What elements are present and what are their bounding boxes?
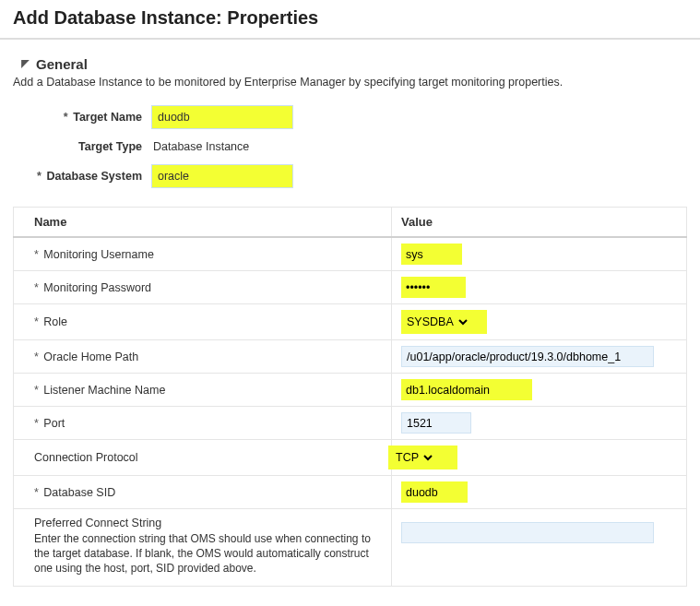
sid-input[interactable] xyxy=(401,482,455,502)
target-name-label: Target Name xyxy=(73,111,142,124)
table-row: Connection Protocol TCP xyxy=(14,440,687,476)
col-header-name: Name xyxy=(14,208,392,238)
protocol-label: Connection Protocol xyxy=(34,451,138,464)
table-header-row: Name Value xyxy=(14,208,687,238)
required-marker: * xyxy=(34,248,43,261)
monitoring-username-input[interactable] xyxy=(401,244,455,264)
pcs-label: Preferred Connect String xyxy=(34,517,380,529)
sid-label: Database SID xyxy=(43,486,115,499)
database-system-label: Database System xyxy=(46,170,142,183)
role-label: Role xyxy=(43,315,67,328)
collapse-icon[interactable] xyxy=(20,56,36,72)
section-general-header[interactable]: General xyxy=(20,56,687,72)
target-name-input[interactable] xyxy=(151,105,293,129)
row-target-type: Target Type Database Instance xyxy=(13,137,687,157)
protocol-select[interactable]: TCP xyxy=(390,447,435,468)
listener-input[interactable] xyxy=(401,380,514,399)
monitoring-password-label: Monitoring Password xyxy=(43,281,151,294)
table-row: * Database SID xyxy=(14,476,687,509)
port-label: Port xyxy=(43,417,65,430)
monitoring-username-label: Monitoring Username xyxy=(43,248,154,261)
row-target-name: * Target Name xyxy=(13,105,687,129)
required-marker: * xyxy=(37,170,43,183)
oracle-home-input[interactable] xyxy=(401,346,654,367)
port-input[interactable] xyxy=(401,412,471,434)
section-intro: Add a Database Instance to be monitored … xyxy=(13,76,687,89)
required-marker: * xyxy=(34,351,43,363)
table-row: * Role SYSDBA xyxy=(14,304,687,340)
table-row: * Monitoring Password xyxy=(14,271,687,304)
required-marker: * xyxy=(34,281,43,294)
title-divider xyxy=(0,38,700,40)
table-row: * Oracle Home Path xyxy=(14,340,687,374)
table-row: * Port xyxy=(14,407,687,440)
col-header-value: Value xyxy=(392,208,687,238)
table-row: * Monitoring Username xyxy=(14,237,687,271)
required-marker: * xyxy=(34,384,43,397)
target-type-label: Target Type xyxy=(78,140,142,153)
properties-table: Name Value * Monitoring Username * xyxy=(13,207,687,587)
section-general-title: General xyxy=(36,56,88,72)
role-select[interactable]: SYSDBA xyxy=(401,312,470,332)
table-row: * Listener Machine Name xyxy=(14,374,687,407)
required-marker: * xyxy=(34,417,43,430)
oracle-home-label: Oracle Home Path xyxy=(43,351,138,363)
target-type-value: Database Instance xyxy=(151,137,251,157)
listener-label: Listener Machine Name xyxy=(43,384,165,397)
row-database-system: * Database System xyxy=(13,164,687,188)
required-marker: * xyxy=(34,486,43,499)
content-area: General Add a Database Instance to be mo… xyxy=(0,56,700,587)
database-system-input[interactable] xyxy=(151,164,293,188)
svg-marker-0 xyxy=(21,60,30,68)
table-row: Preferred Connect String Enter the conne… xyxy=(14,509,687,587)
required-marker: * xyxy=(64,111,70,124)
monitoring-password-input[interactable] xyxy=(401,278,455,297)
required-marker: * xyxy=(34,315,43,328)
pcs-description: Enter the connection string that OMS sho… xyxy=(34,531,380,576)
page-title: Add Database Instance: Properties xyxy=(0,0,700,38)
pcs-input[interactable] xyxy=(401,522,654,543)
